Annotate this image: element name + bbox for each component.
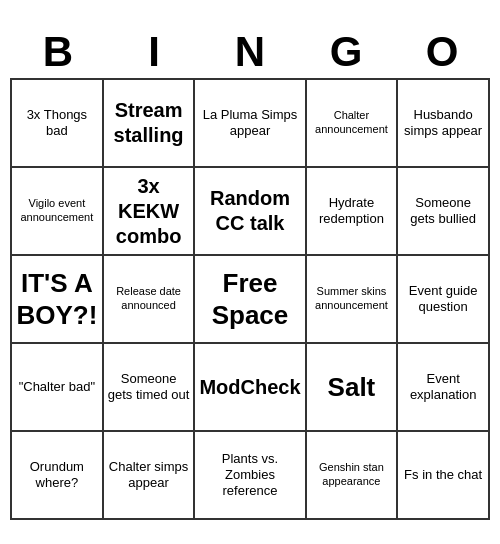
cell-text: ModCheck [199,375,300,400]
bingo-cell-6: 3x KEKW combo [104,168,196,256]
cell-text: Random CC talk [199,186,300,236]
bingo-cell-8: Hydrate redemption [307,168,399,256]
bingo-cell-15: "Chalter bad" [12,344,104,432]
bingo-cell-19: Event explanation [398,344,490,432]
cell-text: Vigilo event announcement [16,197,98,225]
bingo-cell-1: Stream stalling [104,80,196,168]
cell-text: "Chalter bad" [19,379,95,395]
bingo-cell-10: IT'S A BOY?! [12,256,104,344]
cell-text: Chalter announcement [311,109,393,137]
bingo-cell-17: ModCheck [195,344,306,432]
cell-text: Stream stalling [108,98,190,148]
bingo-cell-9: Someone gets bullied [398,168,490,256]
cell-text: Genshin stan appearance [311,461,393,489]
title-letter: G [306,28,386,76]
cell-text: Husbando simps appear [402,107,484,140]
bingo-title: BINGO [10,24,490,78]
bingo-cell-2: La Pluma Simps appear [195,80,306,168]
cell-text: Plants vs. Zombies reference [199,451,300,500]
bingo-cell-0: 3x Thongs bad [12,80,104,168]
title-letter: O [402,28,482,76]
bingo-cell-4: Husbando simps appear [398,80,490,168]
cell-text: 3x KEKW combo [108,174,190,249]
cell-text: Fs in the chat [404,467,482,483]
cell-text: Event guide question [402,283,484,316]
cell-text: Summer skins announcement [311,285,393,313]
cell-text: 3x Thongs bad [16,107,98,140]
cell-text: Hydrate redemption [311,195,393,228]
bingo-card: BINGO 3x Thongs badStream stallingLa Plu… [10,24,490,520]
bingo-cell-7: Random CC talk [195,168,306,256]
cell-text: Someone gets timed out [108,371,190,404]
cell-text: Someone gets bullied [402,195,484,228]
bingo-cell-18: Salt [307,344,399,432]
bingo-cell-16: Someone gets timed out [104,344,196,432]
title-letter: N [210,28,290,76]
bingo-cell-5: Vigilo event announcement [12,168,104,256]
cell-text: Free Space [199,267,300,332]
bingo-cell-13: Summer skins announcement [307,256,399,344]
cell-text: Release date announced [108,285,190,313]
bingo-cell-21: Chalter simps appear [104,432,196,520]
bingo-cell-24: Fs in the chat [398,432,490,520]
bingo-cell-12: Free Space [195,256,306,344]
cell-text: Chalter simps appear [108,459,190,492]
bingo-cell-3: Chalter announcement [307,80,399,168]
bingo-grid: 3x Thongs badStream stallingLa Pluma Sim… [10,78,490,520]
bingo-cell-22: Plants vs. Zombies reference [195,432,306,520]
title-letter: I [114,28,194,76]
bingo-cell-11: Release date announced [104,256,196,344]
title-letter: B [18,28,98,76]
cell-text: La Pluma Simps appear [199,107,300,140]
bingo-cell-14: Event guide question [398,256,490,344]
cell-text: Orundum where? [16,459,98,492]
bingo-cell-23: Genshin stan appearance [307,432,399,520]
cell-text: IT'S A BOY?! [16,267,98,332]
cell-text: Salt [328,371,376,404]
cell-text: Event explanation [402,371,484,404]
bingo-cell-20: Orundum where? [12,432,104,520]
